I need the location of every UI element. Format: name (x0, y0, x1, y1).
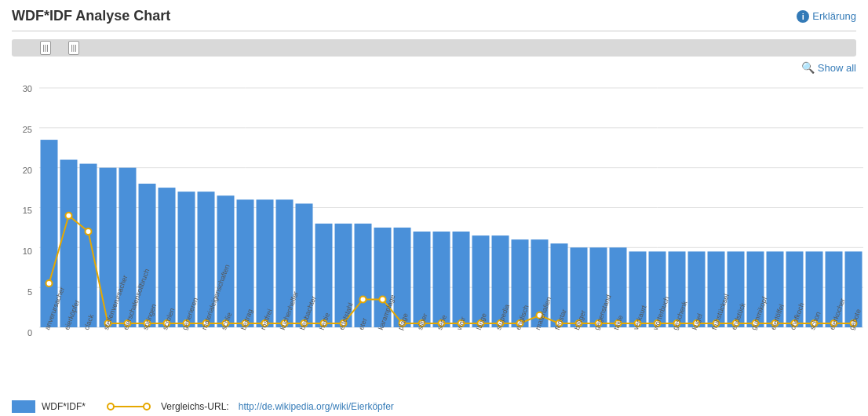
y-axis: 30 25 20 15 10 5 0 (12, 84, 35, 338)
help-label: Erklärung (812, 10, 856, 22)
zoom-icon: 🔍 (801, 61, 815, 74)
chart-area: ||| ||| 🔍 Show all 30 25 20 15 10 5 0 (12, 39, 856, 377)
help-icon: i (797, 10, 809, 23)
legend-wdf-label: WDF*IDF* (42, 401, 86, 412)
graph-wrapper: 30 25 20 15 10 5 0 (12, 84, 856, 377)
legend-url-prefix: Vergleichs-URL: (161, 401, 229, 412)
legend-wdf-color (12, 400, 35, 413)
legend-url: Vergleichs-URL: http://de.wikipedia.org/… (109, 401, 394, 412)
slider-handle-left[interactable]: ||| (40, 41, 51, 55)
y-label-20: 20 (23, 166, 32, 175)
y-label-10: 10 (23, 246, 32, 256)
help-link[interactable]: i Erklärung (797, 10, 856, 23)
y-label-5: 5 (27, 287, 32, 297)
slider-handle-right[interactable]: ||| (68, 41, 79, 55)
range-slider[interactable]: ||| ||| (12, 39, 856, 57)
chart-body (39, 84, 856, 377)
page: WDF*IDF Analyse Chart i Erklärung ||| ||… (0, 0, 868, 416)
header: WDF*IDF Analyse Chart i Erklärung (12, 8, 856, 31)
show-all-label: Show all (818, 62, 856, 74)
chart-canvas (39, 84, 863, 374)
y-label-30: 30 (23, 84, 32, 93)
y-label-0: 0 (27, 328, 32, 338)
legend-wdf: WDF*IDF* (12, 400, 86, 413)
show-all-button[interactable]: 🔍 Show all (801, 61, 856, 74)
legend: WDF*IDF* Vergleichs-URL: http://de.wikip… (12, 392, 856, 416)
page-title: WDF*IDF Analyse Chart (12, 8, 170, 24)
legend-url-link[interactable]: http://de.wikipedia.org/wiki/Eierköpfer (239, 401, 394, 412)
y-label-25: 25 (23, 125, 32, 134)
y-label-15: 15 (23, 206, 32, 215)
